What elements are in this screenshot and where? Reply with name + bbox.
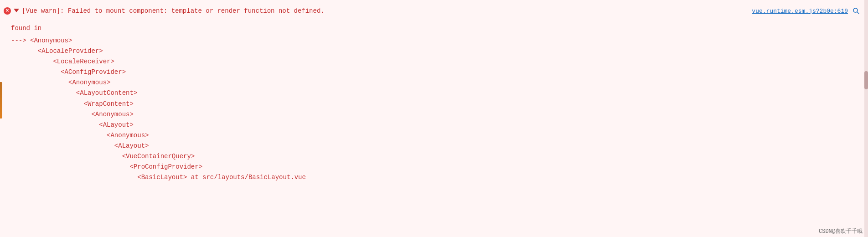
tree-line: <Anonymous> xyxy=(11,130,861,141)
tree-line: <WrapContent> xyxy=(11,99,861,109)
tree-line: <Anonymous> xyxy=(11,77,861,88)
error-panel: [Vue warn]: Failed to mount component: t… xyxy=(0,0,868,237)
close-circle-icon[interactable] xyxy=(4,7,11,15)
side-bar-indicator xyxy=(0,82,2,118)
tree-line: <AConfigProvider> xyxy=(11,67,861,77)
error-body: found in ---> <Anonymous> <ALocaleProvid… xyxy=(0,23,868,185)
tree-line: <LocaleReceiver> xyxy=(11,57,861,67)
watermark: CSDN@喜欢千千哦 xyxy=(813,226,868,237)
scrollbar-thumb[interactable] xyxy=(864,71,868,89)
tree-line: <VueContainerQuery> xyxy=(11,151,861,162)
tree-line: <ALayout> xyxy=(11,141,861,151)
component-tree: ---> <Anonymous> <ALocaleProvider> <Loca… xyxy=(7,36,861,183)
tree-line: <Anonymous> xyxy=(11,109,861,120)
error-header: [Vue warn]: Failed to mount component: t… xyxy=(0,5,868,23)
triangle-down-icon[interactable] xyxy=(14,9,19,12)
tree-line: <ProConfigProvider> xyxy=(11,162,861,172)
error-message: [Vue warn]: Failed to mount component: t… xyxy=(22,6,752,16)
tree-line: ---> <Anonymous> xyxy=(11,36,861,46)
tree-line: <ALayoutContent> xyxy=(11,88,861,98)
error-header-left: [Vue warn]: Failed to mount component: t… xyxy=(4,6,752,16)
found-in-label: found in xyxy=(7,25,861,32)
error-header-right: vue.runtime.esm.js?2b0e:619 xyxy=(752,6,861,15)
scrollbar[interactable] xyxy=(864,0,868,237)
tree-line: <ALayout> xyxy=(11,120,861,130)
tree-line: <ALocaleProvider> xyxy=(11,46,861,57)
svg-line-1 xyxy=(857,12,859,14)
tree-line: <BasicLayout> at src/layouts/BasicLayout… xyxy=(11,172,861,183)
source-link[interactable]: vue.runtime.esm.js?2b0e:619 xyxy=(752,8,848,15)
search-icon[interactable] xyxy=(852,6,861,15)
